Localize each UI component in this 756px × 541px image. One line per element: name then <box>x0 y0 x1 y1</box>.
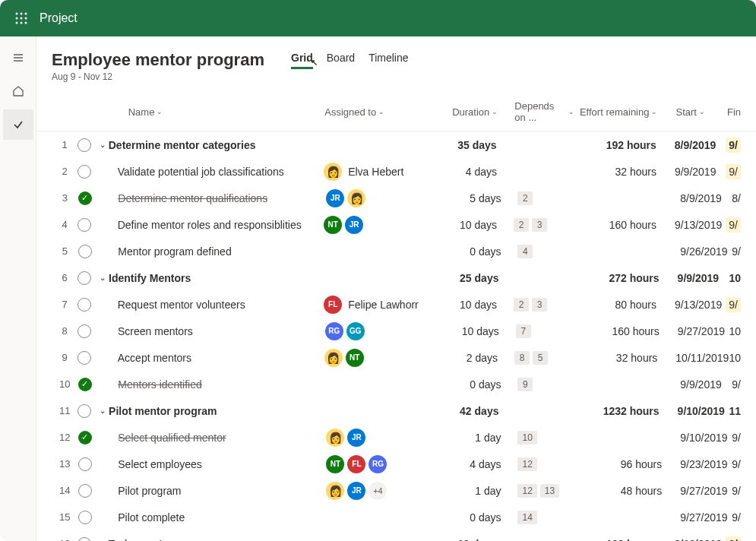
status-circle-icon[interactable] <box>77 404 91 418</box>
start-cell[interactable]: 9/9/2019 <box>660 272 729 284</box>
finish-cell[interactable]: 10 <box>729 352 741 364</box>
task-row[interactable]: 2Validate potential job classificationsE… <box>52 158 741 185</box>
chevron-down-icon[interactable]: ⌄ <box>100 407 106 415</box>
depends-cell[interactable]: 14 <box>501 511 578 524</box>
task-name[interactable]: Define mentor roles and responsiblities <box>118 219 302 231</box>
start-cell[interactable]: 9/10/2019 <box>662 432 732 444</box>
start-cell[interactable]: 9/27/2019 <box>662 511 732 524</box>
duration-cell[interactable]: 0 days <box>435 378 501 391</box>
start-cell[interactable]: 9/13/2019 <box>656 219 726 231</box>
chevron-down-icon[interactable]: ⌄ <box>100 274 106 282</box>
dependency-chip[interactable]: 7 <box>516 324 531 338</box>
hamburger-icon[interactable] <box>3 43 33 73</box>
home-icon[interactable] <box>3 76 33 106</box>
tab-grid[interactable]: Grid↖ <box>291 52 313 69</box>
task-name[interactable]: Validate potential job classifications <box>118 166 284 178</box>
finish-cell[interactable]: 9/ <box>726 217 741 233</box>
dependency-chip[interactable]: 3 <box>532 298 547 312</box>
more-count-badge[interactable]: +4 <box>369 482 387 500</box>
task-name[interactable]: Request mentor volunteers <box>118 299 245 311</box>
duration-cell[interactable]: 4 days <box>435 458 501 470</box>
duration-cell[interactable]: 10 days <box>432 219 497 231</box>
task-name[interactable]: Determine mentor categories <box>109 139 256 151</box>
duration-cell[interactable]: 12 days <box>432 538 497 542</box>
effort-cell[interactable]: 96 hours <box>578 458 662 470</box>
start-cell[interactable]: 8/9/2019 <box>656 139 726 151</box>
tab-timeline[interactable]: Timeline <box>369 52 408 69</box>
assigned-cell[interactable]: JR+4 <box>326 482 435 500</box>
depends-cell[interactable]: 4 <box>501 245 578 258</box>
finish-cell[interactable]: 9/ <box>732 511 741 524</box>
dependency-chip[interactable]: 8 <box>514 351 530 365</box>
dependency-chip[interactable]: 12 <box>517 457 536 471</box>
task-name[interactable]: Mentors identified <box>118 378 202 391</box>
dependency-chip[interactable]: 10 <box>517 431 536 445</box>
depends-cell[interactable]: 85 <box>498 351 574 365</box>
task-row[interactable]: 8Screen mentorsRGGG10 days7160 hours9/27… <box>52 318 741 344</box>
chevron-down-icon[interactable]: ⌄ <box>100 141 106 149</box>
finish-cell[interactable]: 9/ <box>732 378 741 391</box>
dependency-chip[interactable]: 12 <box>517 484 536 498</box>
status-circle-icon[interactable] <box>78 511 92 524</box>
finish-cell[interactable]: 9/ <box>726 297 741 312</box>
duration-cell[interactable]: 10 days <box>432 299 497 311</box>
status-circle-icon[interactable] <box>77 165 91 179</box>
task-row[interactable]: 13Select employeesNTFLRG4 days1296 hours… <box>52 451 741 477</box>
task-row[interactable]: 10✓Mentors identified0 days99/9/20199/ <box>52 371 741 397</box>
task-row[interactable]: 11⌄Pilot mentor program42 days1232 hours… <box>52 397 741 424</box>
tab-board[interactable]: Board <box>327 52 355 69</box>
duration-cell[interactable]: 2 days <box>432 352 498 364</box>
col-name-header[interactable]: Name⌄ <box>128 106 163 118</box>
assigned-cell[interactable]: NTFLRG <box>326 455 435 473</box>
start-cell[interactable]: 8/9/2019 <box>662 192 732 204</box>
task-row[interactable]: 6⌄Identify Mentors25 days272 hours9/9/20… <box>52 264 741 291</box>
start-cell[interactable]: 10/11/2019 <box>657 352 729 364</box>
dependency-chip[interactable]: 3 <box>532 218 547 232</box>
duration-cell[interactable]: 5 days <box>435 192 501 204</box>
start-cell[interactable]: 9/9/2019 <box>662 378 732 391</box>
effort-cell[interactable]: 160 hours <box>576 325 660 337</box>
task-name[interactable]: Identify Mentors <box>109 272 191 284</box>
effort-cell[interactable]: 160 hours <box>574 219 656 231</box>
duration-cell[interactable]: 1 day <box>435 432 501 444</box>
task-name[interactable]: Pilot mentor program <box>109 405 217 417</box>
task-name[interactable]: Mentor program defined <box>118 245 231 258</box>
finish-cell[interactable]: 9/ <box>726 138 741 153</box>
assigned-cell[interactable]: RGGG <box>325 322 434 340</box>
finish-cell[interactable]: 9/ <box>732 245 741 258</box>
status-circle-icon[interactable] <box>77 218 91 232</box>
duration-cell[interactable]: 4 days <box>432 166 497 178</box>
assigned-cell[interactable]: Elva Hebert <box>324 163 432 181</box>
status-circle-icon[interactable] <box>77 324 91 338</box>
start-cell[interactable]: 9/26/2019 <box>662 245 732 258</box>
start-cell[interactable]: 9/27/2019 <box>662 485 732 497</box>
status-done-icon[interactable]: ✓ <box>78 191 92 205</box>
finish-cell[interactable]: 11 <box>729 405 741 417</box>
duration-cell[interactable]: 25 days <box>433 272 498 284</box>
start-cell[interactable]: 9/10/2019 <box>656 538 726 542</box>
col-effort-header[interactable]: Effort remaining⌄ <box>580 106 658 118</box>
status-circle-icon[interactable] <box>77 271 91 285</box>
start-cell[interactable]: 9/23/2019 <box>662 458 732 470</box>
status-circle-icon[interactable] <box>77 298 91 312</box>
task-row[interactable]: 4Define mentor roles and responsiblities… <box>52 211 741 238</box>
effort-cell[interactable]: 48 hours <box>578 485 662 497</box>
start-cell[interactable]: 9/10/2019 <box>660 405 729 417</box>
finish-cell[interactable]: 9/ <box>732 432 741 444</box>
depends-cell[interactable]: 10 <box>501 431 578 445</box>
duration-cell[interactable]: 42 days <box>433 405 498 417</box>
status-done-icon[interactable]: ✓ <box>78 431 92 445</box>
depends-cell[interactable]: 12 <box>501 457 578 471</box>
status-circle-icon[interactable] <box>77 351 91 365</box>
task-row[interactable]: 3✓Determine mentor qualificationsJR5 day… <box>52 185 741 211</box>
col-assigned-header[interactable]: Assigned to⌄ <box>324 106 384 118</box>
task-row[interactable]: 16⌄Train mentors12 days192 hours9/10/201… <box>52 530 741 541</box>
duration-cell[interactable]: 10 days <box>434 325 499 337</box>
dependency-chip[interactable]: 13 <box>540 484 559 498</box>
effort-cell[interactable]: 192 hours <box>574 538 656 542</box>
task-row[interactable]: 5Mentor program defined0 days49/26/20199… <box>52 238 741 264</box>
task-row[interactable]: 15Pilot complete0 days149/27/20199/ <box>52 504 741 530</box>
task-row[interactable]: 12✓Select qualified mentorJR1 day109/10/… <box>52 424 741 451</box>
col-finish-header[interactable]: Fin <box>727 106 741 118</box>
start-cell[interactable]: 9/13/2019 <box>656 299 726 311</box>
